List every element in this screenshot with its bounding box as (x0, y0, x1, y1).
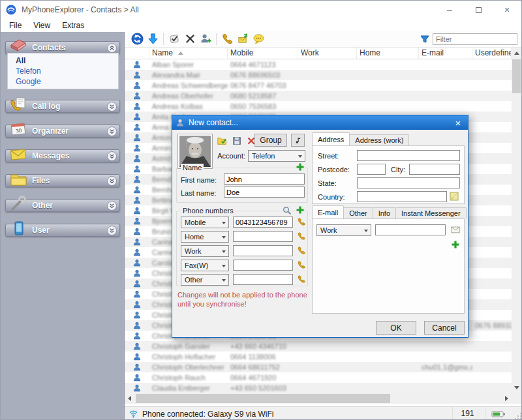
sync-button[interactable] (129, 32, 145, 46)
collapse-chevron-icon[interactable] (107, 43, 117, 53)
load-photo-button[interactable] (215, 134, 228, 147)
phone-type-dropdown[interactable]: Home (181, 231, 229, 243)
phone-number-input[interactable] (233, 260, 293, 271)
last-name-input[interactable] (224, 187, 305, 198)
call-button[interactable] (219, 32, 235, 46)
ringtone-button[interactable] (291, 134, 305, 147)
tab-other[interactable]: Other (343, 207, 373, 218)
sidebar-section-other[interactable]: Other (5, 199, 120, 212)
email-input[interactable] (375, 224, 446, 235)
country-input[interactable] (357, 191, 447, 202)
ok-button[interactable]: OK (376, 321, 416, 335)
street-input[interactable] (357, 150, 460, 161)
chat-button[interactable] (251, 32, 266, 46)
sidebar-section-files[interactable]: Files (5, 174, 120, 187)
add-phone-button[interactable] (296, 205, 305, 215)
add-contact-button[interactable] (198, 32, 213, 46)
horizontal-scroll-thumb[interactable] (136, 394, 390, 403)
column-header-name[interactable]: Name (149, 48, 228, 59)
vertical-scrollbar[interactable] (512, 48, 521, 393)
close-button[interactable]: × (493, 1, 521, 19)
expand-chevron-icon[interactable] (107, 226, 117, 235)
cancel-button[interactable]: Cancel (424, 321, 465, 335)
column-header-work[interactable]: Work (298, 48, 357, 59)
phone-number-input[interactable] (233, 217, 293, 228)
column-header-email[interactable]: E-mail (419, 48, 472, 59)
table-row[interactable]: Christoph Hoflacher0664 1138006 (125, 352, 512, 362)
sidebar-item-telefon[interactable]: Telefon (16, 66, 118, 76)
table-row[interactable]: Andreas Oberhofer0680 5218587 (125, 91, 512, 101)
email-type-dropdown[interactable]: Work (316, 224, 371, 236)
column-header-mobile[interactable]: Mobile (228, 48, 298, 59)
account-dropdown[interactable]: Telefon (248, 150, 305, 162)
tab-instant-messenger[interactable]: Instant Messenger (395, 207, 467, 218)
table-row[interactable]: Christoph Oberlechner0664 68611752chu01.… (125, 362, 512, 372)
column-header-userdefined[interactable]: Userdefine (472, 48, 512, 59)
phone-type-dropdown[interactable]: Mobile (181, 217, 229, 228)
table-row[interactable]: Andreas Kolbas0650 7536583 (125, 101, 512, 112)
expand-chevron-icon[interactable] (107, 102, 117, 112)
phone-number-input[interactable] (233, 274, 293, 285)
maximize-button[interactable] (464, 1, 493, 19)
expand-chevron-icon[interactable] (107, 201, 117, 211)
table-row[interactable]: Christoph Gansler+43 660 4346710 (125, 341, 512, 352)
phone-number-input[interactable] (233, 231, 293, 242)
group-button[interactable]: Group (254, 134, 287, 147)
dialog-close-button[interactable]: × (448, 115, 468, 130)
send-sms-button[interactable] (235, 32, 251, 46)
expand-chevron-icon[interactable] (107, 176, 117, 186)
phone-type-dropdown[interactable]: Fax(W) (181, 260, 229, 271)
table-row[interactable]: Claudia Entberger+43 650 5201603 (125, 383, 512, 393)
sidebar-section-organizer[interactable]: 30 Organizer (5, 125, 120, 138)
download-button[interactable] (145, 32, 161, 46)
menu-view[interactable]: View (27, 19, 56, 32)
scroll-right-arrow-icon[interactable] (505, 396, 508, 401)
scroll-up-arrow-icon[interactable] (514, 52, 519, 55)
phone-number-input[interactable] (233, 245, 293, 256)
send-email-button[interactable] (451, 225, 460, 234)
city-input[interactable] (409, 164, 460, 175)
dial-button[interactable] (297, 232, 306, 241)
sidebar-item-all[interactable]: All (16, 55, 118, 66)
dial-button[interactable] (297, 260, 306, 269)
search-number-button[interactable] (283, 206, 292, 215)
add-name-field-button[interactable] (296, 162, 305, 172)
delete-contact-button[interactable] (182, 32, 198, 46)
state-input[interactable] (357, 177, 460, 188)
menu-file[interactable]: File (3, 19, 27, 32)
tab-address-work[interactable]: Address (work) (349, 134, 409, 145)
vertical-scroll-thumb[interactable] (512, 59, 521, 93)
sidebar-section-messages[interactable]: Messages (5, 149, 120, 162)
tab-email[interactable]: E-mail (312, 205, 344, 218)
sidebar-section-user[interactable]: User (5, 224, 120, 237)
resize-grip[interactable] (514, 412, 522, 420)
table-row[interactable]: Christoph Rauch0664 4671920 (125, 372, 512, 383)
menu-extras[interactable]: Extras (56, 19, 90, 32)
edit-contact-button[interactable] (166, 32, 182, 46)
first-name-input[interactable] (224, 173, 305, 185)
save-photo-button[interactable] (230, 134, 243, 147)
dial-button[interactable] (297, 217, 306, 226)
scroll-down-arrow-icon[interactable] (514, 386, 519, 389)
tab-address[interactable]: Address (312, 132, 350, 145)
scroll-left-arrow-icon[interactable] (128, 396, 131, 401)
phone-type-dropdown[interactable]: Work (181, 245, 229, 257)
sidebar-section-call-log[interactable]: Call log (5, 100, 120, 113)
expand-chevron-icon[interactable] (107, 127, 117, 136)
expand-chevron-icon[interactable] (107, 151, 117, 161)
sidebar-section-contacts[interactable]: Contacts (5, 41, 120, 54)
phone-type-dropdown[interactable]: Other (181, 274, 229, 286)
table-row[interactable]: Alexandra Mair0676 88696503 (125, 70, 512, 80)
sidebar-item-google[interactable]: Google (16, 76, 118, 87)
filter-input[interactable] (433, 33, 517, 45)
postcode-input[interactable] (357, 164, 386, 175)
column-header-home[interactable]: Home (357, 48, 419, 59)
dial-button[interactable] (297, 275, 306, 284)
add-email-button[interactable] (451, 240, 460, 249)
dial-button[interactable] (297, 246, 306, 255)
horizontal-scrollbar[interactable] (125, 393, 512, 404)
tab-info[interactable]: Info (373, 207, 396, 218)
minimize-button[interactable]: – (435, 1, 464, 19)
table-row[interactable]: Alban Sporer0664 4671123 (125, 59, 512, 70)
map-button[interactable] (450, 192, 459, 201)
